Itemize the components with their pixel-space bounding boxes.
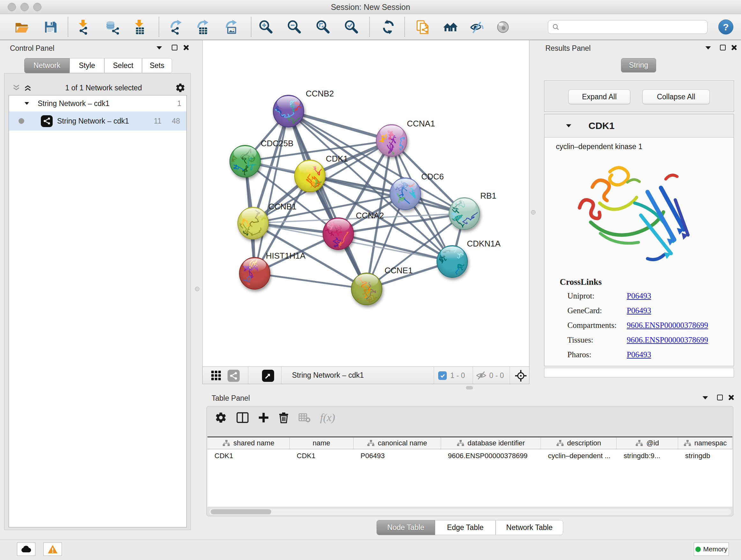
results-panel-float-icon[interactable]: [720, 45, 726, 51]
expand-all-icon[interactable]: [23, 84, 32, 92]
network-node[interactable]: CDKN1A: [435, 239, 501, 285]
hidden-eye-icon[interactable]: [476, 371, 487, 380]
column-header-namespac[interactable]: namespac: [678, 437, 732, 449]
column-header-canonical-name[interactable]: canonical name: [354, 437, 441, 449]
control-panel-float-icon[interactable]: [172, 45, 178, 51]
help-button[interactable]: ?: [718, 19, 733, 35]
function-builder-icon[interactable]: f(x): [320, 412, 335, 424]
table-panel-float-icon[interactable]: [717, 395, 723, 400]
zoom-in-button[interactable]: [257, 18, 275, 36]
refresh-button[interactable]: [380, 18, 398, 36]
tab-edge-table[interactable]: Edge Table: [435, 520, 495, 535]
table-row[interactable]: CDK1CDK1P064939606.ENSP00000378699cyclin…: [207, 449, 732, 462]
export-table-button[interactable]: [194, 18, 212, 36]
crosslink-value-link[interactable]: 9606.ENSP00000378699: [627, 335, 708, 345]
results-panel-menu-icon[interactable]: [705, 46, 711, 50]
crosslink-value-link[interactable]: P06493: [627, 350, 651, 359]
network-node[interactable]: CCNB1: [238, 202, 296, 240]
results-panel-close-icon[interactable]: [731, 44, 737, 51]
tab-network-table[interactable]: Network Table: [495, 520, 563, 535]
save-session-button[interactable]: [42, 18, 59, 36]
tab-node-table[interactable]: Node Table: [377, 520, 435, 535]
column-header-description[interactable]: description: [541, 437, 616, 449]
table-settings-gear-icon[interactable]: [215, 412, 227, 424]
export-image-button[interactable]: [222, 18, 240, 36]
table-cell[interactable]: 9606.ENSP00000378699: [441, 449, 541, 462]
birds-eye-view-icon[interactable]: [262, 370, 274, 382]
first-neighbors-button[interactable]: [442, 18, 460, 36]
cloud-status-button[interactable]: [17, 543, 36, 556]
tab-style[interactable]: Style: [70, 58, 105, 73]
export-network-button[interactable]: [167, 18, 185, 36]
zoom-out-button[interactable]: [285, 18, 303, 36]
save-session-icon: [43, 19, 58, 35]
network-options-gear-icon[interactable]: [175, 83, 185, 93]
column-header-@id[interactable]: @id: [616, 437, 678, 449]
show-eye-button[interactable]: [494, 18, 512, 36]
network-tree-row[interactable]: String Network – cdk1 11 48: [9, 111, 186, 131]
tab-network[interactable]: Network: [24, 58, 70, 73]
network-edge[interactable]: [255, 111, 288, 273]
table-horizontal-scrollbar[interactable]: [209, 509, 731, 515]
delete-column-icon[interactable]: [279, 412, 289, 423]
collapse-all-button[interactable]: Collapse All: [643, 89, 710, 104]
table-cell[interactable]: stringdb:9...: [616, 449, 678, 462]
delete-table-icon[interactable]: [298, 413, 311, 423]
zoom-selected-button[interactable]: [342, 18, 360, 36]
tab-sets[interactable]: Sets: [142, 58, 172, 73]
collapse-all-icon[interactable]: [12, 84, 20, 92]
search-box[interactable]: [548, 20, 708, 34]
fit-selected-crosshair-icon[interactable]: [515, 370, 527, 382]
crosslink-value-link[interactable]: P06493: [627, 306, 651, 315]
toolbar-separator: [369, 17, 370, 37]
gene-section-header[interactable]: CDK1: [544, 114, 734, 138]
network-node[interactable]: CCNA1: [376, 119, 435, 167]
column-header-database-identifier[interactable]: database identifier: [441, 437, 541, 449]
network-node[interactable]: CCNE1: [346, 266, 413, 307]
grid-view-icon[interactable]: [211, 370, 221, 381]
memory-button[interactable]: Memory: [694, 543, 729, 556]
table-cell[interactable]: CDK1: [207, 449, 290, 462]
crosslink-value-link[interactable]: P06493: [627, 292, 651, 300]
results-panel-scrollbar[interactable]: [544, 368, 734, 377]
network-share-icon[interactable]: [227, 370, 240, 382]
left-splitter-handle[interactable]: [195, 287, 199, 291]
network-tree-row[interactable]: String Network – cdk1 1: [9, 96, 186, 111]
selected-checkbox-icon[interactable]: [438, 371, 447, 380]
control-panel-close-icon[interactable]: [183, 44, 189, 51]
table-cell[interactable]: stringdb: [678, 449, 732, 462]
network-node[interactable]: CDK1: [294, 154, 348, 192]
network-node[interactable]: RB1: [449, 191, 496, 230]
add-column-icon[interactable]: [258, 412, 269, 423]
search-input[interactable]: [562, 23, 703, 31]
import-table-button[interactable]: [130, 18, 148, 36]
tab-string[interactable]: String: [621, 58, 656, 72]
column-header-shared-name[interactable]: shared name: [207, 437, 290, 449]
table-cell[interactable]: P06493: [354, 449, 441, 462]
network-canvas[interactable]: CCNB2 CCNA1 CDC25B CDK1 CDC6 RB1: [202, 40, 529, 367]
expand-all-button[interactable]: Expand All: [568, 89, 630, 104]
network-edge[interactable]: [255, 273, 367, 289]
table-panel-close-icon[interactable]: [728, 394, 734, 401]
zoom-fit-button[interactable]: [314, 18, 332, 36]
table-panel-menu-icon[interactable]: [703, 396, 708, 399]
gene-collapse-icon[interactable]: [566, 124, 571, 127]
crosslink-value-link[interactable]: 9606.ENSP00000378699: [627, 321, 708, 330]
table-scrollbar-thumb[interactable]: [211, 509, 271, 514]
right-splitter-handle[interactable]: [531, 210, 536, 214]
import-network-button[interactable]: [74, 18, 92, 36]
import-database-button[interactable]: [104, 18, 121, 36]
network-node[interactable]: CDC25B: [229, 138, 293, 186]
tree-expander-icon[interactable]: [24, 102, 29, 105]
horizontal-splitter-handle[interactable]: [466, 386, 473, 389]
table-cell[interactable]: CDK1: [290, 449, 354, 462]
warning-status-button[interactable]: [44, 543, 62, 556]
column-header-name[interactable]: name: [290, 437, 354, 449]
clone-network-button[interactable]: [414, 18, 432, 36]
show-columns-icon[interactable]: [237, 412, 249, 423]
open-session-button[interactable]: [13, 18, 31, 36]
table-cell[interactable]: cyclin–dependent ...: [541, 449, 616, 462]
control-panel-menu-icon[interactable]: [157, 46, 162, 50]
tab-select[interactable]: Select: [105, 58, 142, 73]
hide-graphics-button[interactable]: [468, 18, 486, 36]
